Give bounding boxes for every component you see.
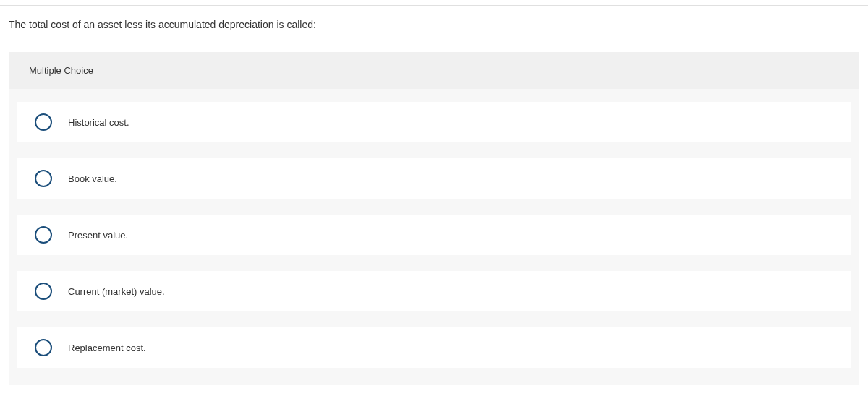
option-row[interactable]: Present value. [17,215,851,255]
radio-icon[interactable] [35,226,52,244]
top-divider [0,0,868,6]
option-label: Replacement cost. [68,343,146,353]
radio-icon[interactable] [35,339,52,356]
option-label: Present value. [68,230,128,241]
radio-icon[interactable] [35,283,52,300]
option-label: Current (market) value. [68,286,165,297]
section-header: Multiple Choice [9,52,859,89]
option-label: Book value. [68,173,117,184]
option-row[interactable]: Book value. [17,158,851,199]
option-row[interactable]: Current (market) value. [17,271,851,311]
option-label: Historical cost. [68,117,129,128]
question-text: The total cost of an asset less its accu… [0,6,868,43]
radio-icon[interactable] [35,170,52,187]
question-container: Multiple Choice Historical cost. Book va… [9,52,859,385]
options-wrapper: Historical cost. Book value. Present val… [9,89,859,368]
option-row[interactable]: Historical cost. [17,102,851,142]
radio-icon[interactable] [35,113,52,131]
option-row[interactable]: Replacement cost. [17,327,851,368]
